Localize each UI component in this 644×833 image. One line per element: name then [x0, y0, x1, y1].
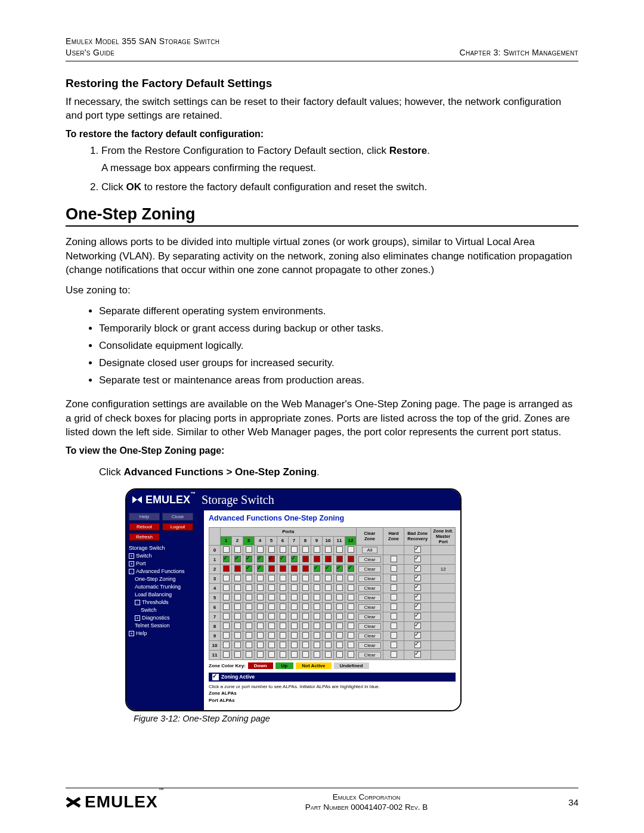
zone-port-checkbox[interactable] — [336, 565, 343, 572]
port-header[interactable]: 11 — [334, 536, 345, 545]
zone-port-checkbox[interactable] — [280, 584, 286, 591]
zone-port-checkbox[interactable] — [336, 623, 343, 629]
bad-zone-recovery-checkbox[interactable] — [414, 575, 421, 581]
hard-zone-checkbox[interactable] — [391, 632, 397, 639]
zone-port-checkbox[interactable] — [348, 603, 354, 610]
zone-port-checkbox[interactable] — [246, 651, 252, 658]
help-button[interactable]: Help — [129, 513, 160, 521]
bad-zone-recovery-checkbox[interactable] — [414, 613, 421, 620]
zone-port-checkbox[interactable] — [336, 594, 343, 600]
clear-zone-button[interactable]: Clear — [358, 556, 380, 563]
hard-zone-checkbox[interactable] — [391, 565, 397, 572]
port-header[interactable]: 9 — [311, 536, 323, 545]
zone-port-checkbox[interactable] — [291, 623, 298, 629]
zone-port-checkbox[interactable] — [336, 584, 343, 591]
nav-item[interactable]: Automatic Trunking — [129, 583, 202, 591]
bad-zone-recovery-checkbox[interactable] — [414, 642, 421, 648]
zone-port-checkbox[interactable] — [336, 642, 343, 648]
zone-port-checkbox[interactable] — [336, 613, 343, 620]
zone-port-checkbox[interactable] — [348, 613, 354, 620]
zone-port-checkbox[interactable] — [302, 632, 309, 639]
port-header[interactable]: 2 — [232, 536, 243, 545]
zone-port-checkbox[interactable] — [268, 594, 275, 600]
zone-port-checkbox[interactable] — [291, 632, 298, 639]
tree-toggle-icon[interactable]: + — [129, 553, 134, 559]
zone-port-checkbox[interactable] — [246, 565, 252, 572]
zone-port-checkbox[interactable] — [280, 632, 286, 639]
zone-port-checkbox[interactable] — [223, 584, 230, 591]
zone-port-checkbox[interactable] — [325, 632, 332, 639]
zone-port-checkbox[interactable] — [246, 642, 252, 648]
clear-zone-button[interactable]: Clear — [358, 594, 380, 601]
zone-port-checkbox[interactable] — [246, 632, 252, 639]
tree-toggle-icon[interactable]: - — [129, 569, 134, 574]
zone-port-checkbox[interactable] — [257, 575, 264, 581]
hard-zone-checkbox[interactable] — [391, 584, 397, 591]
clear-zone-button[interactable]: Clear — [358, 566, 380, 572]
nav-item[interactable]: +Diagnostics — [129, 614, 202, 622]
zone-port-checkbox[interactable] — [280, 575, 286, 581]
zone-number[interactable]: 6 — [209, 602, 221, 612]
zone-port-checkbox[interactable] — [268, 565, 275, 572]
zone-port-checkbox[interactable] — [336, 546, 343, 553]
zone-port-checkbox[interactable] — [291, 613, 298, 620]
zone-port-checkbox[interactable] — [268, 651, 275, 658]
zone-port-checkbox[interactable] — [314, 613, 320, 620]
zone-port-checkbox[interactable] — [234, 642, 241, 648]
zone-port-checkbox[interactable] — [280, 613, 286, 620]
nav-item[interactable]: +Switch — [129, 552, 202, 560]
zone-port-checkbox[interactable] — [280, 546, 286, 553]
port-header[interactable]: 3 — [243, 536, 255, 545]
zone-port-checkbox[interactable] — [223, 623, 230, 629]
zone-port-checkbox[interactable] — [257, 642, 264, 648]
zone-port-checkbox[interactable] — [348, 565, 354, 572]
hard-zone-checkbox[interactable] — [391, 603, 397, 610]
zone-port-checkbox[interactable] — [348, 623, 354, 629]
zone-port-checkbox[interactable] — [291, 651, 298, 658]
zone-port-checkbox[interactable] — [291, 546, 298, 553]
zone-number[interactable]: 3 — [209, 574, 221, 583]
zone-port-checkbox[interactable] — [280, 556, 286, 562]
zone-port-checkbox[interactable] — [257, 556, 264, 562]
zone-port-checkbox[interactable] — [234, 632, 241, 639]
zone-port-checkbox[interactable] — [325, 603, 332, 610]
port-header[interactable]: 7 — [289, 536, 300, 545]
zone-port-checkbox[interactable] — [291, 556, 298, 562]
clear-zone-button[interactable]: Clear — [358, 642, 380, 649]
zone-port-checkbox[interactable] — [268, 603, 275, 610]
nav-item[interactable]: One-Step Zoning — [129, 575, 202, 583]
zone-port-checkbox[interactable] — [314, 623, 320, 629]
zone-port-checkbox[interactable] — [325, 613, 332, 620]
zone-port-checkbox[interactable] — [268, 632, 275, 639]
nav-item[interactable]: +Help — [129, 630, 202, 637]
bad-zone-recovery-checkbox[interactable] — [414, 565, 421, 572]
hard-zone-checkbox[interactable] — [391, 556, 397, 562]
hard-zone-checkbox[interactable] — [391, 575, 397, 581]
bad-zone-recovery-checkbox[interactable] — [414, 584, 421, 591]
zone-port-checkbox[interactable] — [234, 651, 241, 658]
zone-port-checkbox[interactable] — [336, 556, 343, 562]
zone-port-checkbox[interactable] — [280, 594, 286, 600]
zone-port-checkbox[interactable] — [348, 584, 354, 591]
zone-number[interactable]: 4 — [209, 583, 221, 593]
zone-port-checkbox[interactable] — [348, 556, 354, 562]
zone-port-checkbox[interactable] — [291, 603, 298, 610]
zone-port-checkbox[interactable] — [234, 546, 241, 553]
tree-toggle-icon[interactable]: + — [135, 615, 140, 621]
zone-port-checkbox[interactable] — [325, 623, 332, 629]
zone-port-checkbox[interactable] — [302, 603, 309, 610]
hard-zone-checkbox[interactable] — [391, 594, 397, 600]
zone-port-checkbox[interactable] — [234, 603, 241, 610]
zone-port-checkbox[interactable] — [302, 575, 309, 581]
zone-port-checkbox[interactable] — [257, 613, 264, 620]
zone-port-checkbox[interactable] — [246, 575, 252, 581]
zone-port-checkbox[interactable] — [223, 613, 230, 620]
tree-toggle-icon[interactable]: - — [135, 600, 140, 605]
zone-port-checkbox[interactable] — [268, 613, 275, 620]
port-header[interactable]: 10 — [323, 536, 334, 545]
zone-port-checkbox[interactable] — [257, 565, 264, 572]
zone-port-checkbox[interactable] — [325, 556, 332, 562]
zone-port-checkbox[interactable] — [314, 556, 320, 562]
bad-zone-recovery-checkbox[interactable] — [414, 556, 421, 562]
zone-port-checkbox[interactable] — [302, 623, 309, 629]
